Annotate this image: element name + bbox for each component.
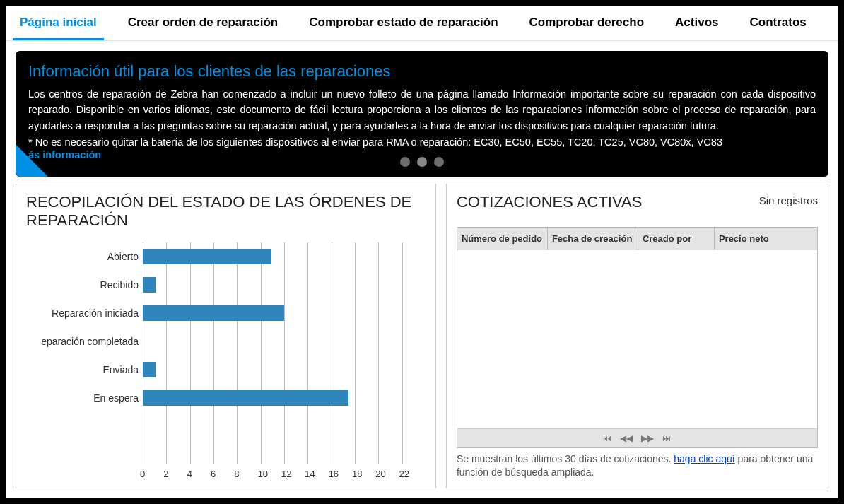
carousel-dots [28,157,816,167]
chart-x-tick: 22 [399,469,423,479]
chart-bar [143,390,348,406]
repair-status-title: RECOPILACIÓN DEL ESTADO DE LAS ÓRDENES D… [26,193,426,230]
chart-plot: 0246810121416182022 [143,237,426,479]
tab-bar: Página inicialCrear orden de reparaciónC… [6,6,838,41]
col-created-date[interactable]: Fecha de creación [548,228,638,250]
chart-y-labels: AbiertoRecibidoReparación iniciadaeparac… [26,237,143,479]
chart-x-tick: 14 [305,469,328,479]
chart-category-label: Abierto [26,242,143,271]
chart-bar [143,362,156,377]
no-records-label: Sin registros [759,193,818,206]
tab-1[interactable]: Crear orden de reparación [121,6,286,40]
repair-status-chart: AbiertoRecibidoReparación iniciadaeparac… [26,237,426,479]
chart-bar-row [143,356,426,384]
pager-last-icon[interactable]: ⏭ [662,433,671,443]
content-row: RECOPILACIÓN DEL ESTADO DE LAS ÓRDENES D… [6,184,838,498]
chart-x-tick: 18 [352,469,375,479]
quotes-pager: ⏮ ◀◀ ▶▶ ⏭ [457,428,817,447]
tab-3[interactable]: Comprobar derecho [522,6,651,40]
tab-4[interactable]: Activos [668,6,725,40]
quotes-footer-note: Se muestran los últimos 30 días de cotiz… [457,452,818,479]
chart-x-tick: 12 [281,469,305,479]
chart-bar-row [143,327,426,356]
active-quotes-title: COTIZACIONES ACTIVAS [457,193,642,211]
quotes-grid-body [457,250,817,428]
banner-body: Los centros de reparación de Zebra han c… [28,86,816,134]
col-created-by[interactable]: Creado por [638,228,715,250]
chart-x-tick: 0 [140,469,163,479]
carousel-dot-2[interactable] [434,157,444,167]
chart-bar-row [143,299,426,327]
chart-bar-row [143,384,426,412]
chart-x-tick: 6 [211,469,234,479]
tab-0[interactable]: Página inicial [13,6,104,40]
chart-bar [143,249,271,264]
quotes-grid-header: Número de pedido Fecha de creación Cread… [457,228,817,250]
chart-category-label: Enviada [26,356,143,384]
carousel-dot-0[interactable] [400,157,410,167]
chart-bar-row [143,271,426,299]
col-net-price[interactable]: Precio neto [715,228,817,250]
chart-category-label: Reparación iniciada [26,299,143,327]
tab-2[interactable]: Comprobar estado de reparación [302,6,505,40]
chart-x-tick: 10 [258,469,281,479]
chart-bar [143,305,284,321]
pager-next-icon[interactable]: ▶▶ [641,433,654,443]
banner-wrap: Información útil para los clientes de la… [6,41,838,184]
chart-x-tick: 8 [234,469,257,479]
banner-footnote: * No es necesario quitar la batería de l… [28,136,816,148]
chart-category-label: Recibido [26,271,143,299]
banner-corner-accent [16,143,49,177]
chart-bars [143,242,426,412]
active-quotes-head: COTIZACIONES ACTIVAS Sin registros [457,193,818,218]
chart-x-tick: 20 [375,469,399,479]
chart-x-axis: 0246810121416182022 [143,469,426,479]
footer-pre: Se muestran los últimos 30 días de cotiz… [457,453,674,464]
footer-search-link[interactable]: haga clic aquí [674,453,734,464]
chart-bar [143,277,156,293]
info-banner: Información útil para los clientes de la… [16,51,828,177]
chart-category-label: eparación completada [26,327,143,356]
chart-x-tick: 2 [163,469,187,479]
pager-first-icon[interactable]: ⏮ [603,433,611,443]
chart-x-tick: 16 [329,469,352,479]
chart-x-tick: 4 [187,469,211,479]
quotes-grid: Número de pedido Fecha de creación Cread… [457,227,818,448]
chart-category-label: En espera [26,384,143,412]
repair-status-panel: RECOPILACIÓN DEL ESTADO DE LAS ÓRDENES D… [16,184,436,488]
pager-prev-icon[interactable]: ◀◀ [620,433,633,443]
banner-title: Información útil para los clientes de la… [28,62,816,81]
col-order-number[interactable]: Número de pedido [457,228,548,250]
chart-bar-row [143,242,426,271]
carousel-dot-1[interactable] [417,157,427,167]
tab-5[interactable]: Contratos [742,6,813,40]
active-quotes-panel: COTIZACIONES ACTIVAS Sin registros Númer… [446,184,828,488]
